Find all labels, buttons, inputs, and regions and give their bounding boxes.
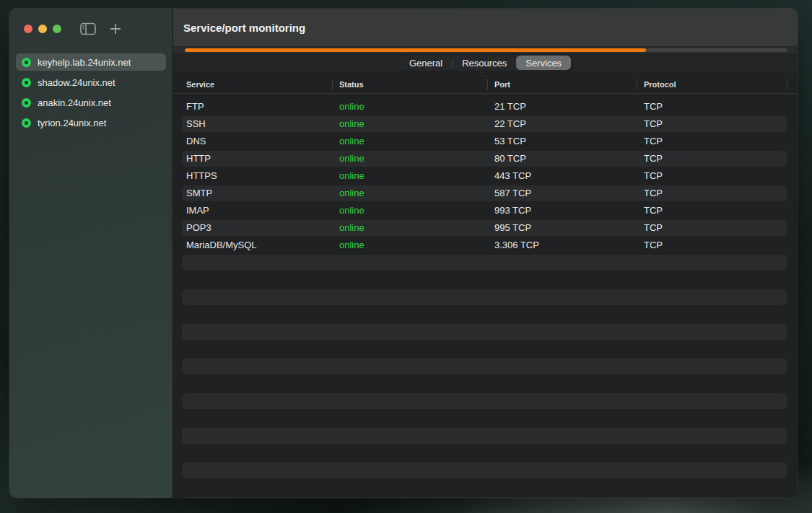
server-label: anakin.24unix.net — [38, 97, 111, 108]
row-stripe — [182, 497, 787, 498]
cell-port: 53 TCP — [494, 133, 526, 150]
row-stripe — [182, 359, 787, 374]
cell-status: online — [339, 185, 364, 202]
cell-status: online — [339, 98, 364, 115]
server-list: keyhelp.lab.24unix.net shadow.24unix.net… — [9, 49, 173, 134]
server-status-icon — [22, 98, 31, 108]
table-row[interactable]: SMTP online 587 TCP TCP — [173, 185, 798, 202]
cell-service: DNS — [186, 133, 206, 150]
tab-general[interactable]: General — [400, 56, 452, 70]
refresh-progress-bar — [185, 48, 787, 52]
services-table: Service Status Port Protocol FTP online … — [173, 74, 798, 498]
table-row-empty — [173, 393, 798, 410]
sidebar-item-server[interactable]: shadow.24unix.net — [16, 74, 166, 91]
sidebar-toggle-icon[interactable] — [80, 22, 96, 35]
tab-switcher: GeneralResourcesServices — [399, 55, 572, 71]
cell-status: online — [339, 219, 364, 237]
cell-protocol: TCP — [644, 167, 663, 185]
cell-port: 22 TCP — [494, 115, 526, 133]
table-row[interactable]: HTTP online 80 TCP TCP — [173, 150, 798, 167]
cell-service: POP3 — [186, 219, 211, 237]
zoom-button[interactable] — [53, 25, 61, 33]
table-row-empty — [173, 444, 798, 462]
cell-port: 993 TCP — [494, 202, 531, 219]
column-header-status: Status — [339, 76, 364, 93]
server-status-icon — [22, 58, 31, 67]
table-row-empty — [173, 341, 798, 358]
column-divider — [487, 79, 488, 90]
cell-status: online — [339, 115, 364, 133]
main-content: Service/port monitoring GeneralResources… — [173, 9, 798, 498]
server-status-icon — [22, 118, 31, 128]
cell-protocol: TCP — [644, 98, 663, 115]
tab-resources[interactable]: Resources — [453, 56, 516, 70]
close-button[interactable] — [24, 25, 32, 33]
row-stripe — [182, 462, 787, 478]
server-label: keyhelp.lab.24unix.net — [38, 57, 131, 68]
sidebar: keyhelp.lab.24unix.net shadow.24unix.net… — [9, 9, 173, 498]
titlebar: Service/port monitoring — [173, 9, 798, 47]
cell-status: online — [339, 133, 364, 150]
cell-service: MariaDB/MySQL — [186, 237, 257, 254]
table-row[interactable]: HTTPS online 443 TCP TCP — [173, 167, 798, 185]
table-row-empty — [173, 462, 798, 479]
sidebar-item-server[interactable]: keyhelp.lab.24unix.net — [16, 53, 166, 71]
progress-fill — [185, 48, 646, 52]
table-row[interactable]: IMAP online 993 TCP TCP — [173, 202, 798, 219]
table-row-empty — [173, 427, 798, 444]
cell-protocol: TCP — [644, 150, 663, 167]
table-row-empty — [173, 306, 798, 323]
column-header-protocol: Protocol — [644, 76, 676, 93]
cell-service: SSH — [186, 115, 206, 133]
cell-protocol: TCP — [644, 237, 663, 254]
server-status-icon — [22, 78, 31, 87]
server-label: tyrion.24unix.net — [38, 118, 106, 128]
cell-protocol: TCP — [644, 219, 663, 237]
table-row-empty — [173, 289, 798, 306]
cell-protocol: TCP — [644, 202, 663, 219]
table-row-empty — [173, 323, 798, 341]
cell-port: 443 TCP — [494, 167, 531, 185]
cell-service: IMAP — [186, 202, 209, 219]
table-header: Service Status Port Protocol — [173, 76, 798, 94]
table-row[interactable]: DNS online 53 TCP TCP — [173, 133, 798, 150]
column-divider — [787, 79, 787, 90]
add-server-icon[interactable] — [109, 22, 122, 35]
row-stripe — [182, 220, 787, 236]
cell-port: 80 TCP — [494, 150, 526, 167]
row-stripe — [182, 324, 787, 340]
tabs-row: GeneralResourcesServices — [173, 53, 798, 74]
cell-status: online — [339, 167, 364, 185]
sidebar-toolbar — [9, 9, 173, 49]
cell-port: 587 TCP — [494, 185, 531, 202]
table-row[interactable]: POP3 online 995 TCP TCP — [173, 219, 798, 237]
table-row-empty — [173, 375, 798, 393]
sidebar-item-server[interactable]: tyrion.24unix.net — [16, 114, 166, 131]
column-divider — [332, 79, 333, 90]
column-header-port: Port — [494, 76, 510, 93]
table-row[interactable]: FTP online 21 TCP TCP — [173, 98, 798, 115]
row-stripe — [182, 185, 787, 201]
sidebar-item-server[interactable]: anakin.24unix.net — [16, 94, 166, 111]
table-row[interactable]: SSH online 22 TCP TCP — [173, 115, 798, 133]
table-row-empty — [173, 358, 798, 375]
table-row[interactable]: MariaDB/MySQL online 3.306 TCP TCP — [173, 237, 798, 254]
cell-status: online — [339, 150, 364, 167]
row-stripe — [182, 393, 787, 409]
minimize-button[interactable] — [38, 25, 47, 33]
cell-protocol: TCP — [644, 133, 663, 150]
row-stripe — [182, 428, 787, 444]
cell-status: online — [339, 202, 364, 219]
cell-protocol: TCP — [644, 115, 663, 133]
app-window: keyhelp.lab.24unix.net shadow.24unix.net… — [9, 9, 798, 498]
cell-status: online — [339, 237, 364, 254]
table-row-empty — [173, 271, 798, 289]
server-label: shadow.24unix.net — [38, 77, 115, 88]
cell-port: 995 TCP — [494, 219, 531, 237]
tab-services[interactable]: Services — [516, 56, 571, 70]
cell-service: FTP — [186, 98, 204, 115]
row-stripe — [182, 255, 787, 271]
cell-service: SMTP — [186, 185, 212, 202]
column-divider — [637, 79, 637, 90]
row-stripe — [182, 289, 787, 305]
